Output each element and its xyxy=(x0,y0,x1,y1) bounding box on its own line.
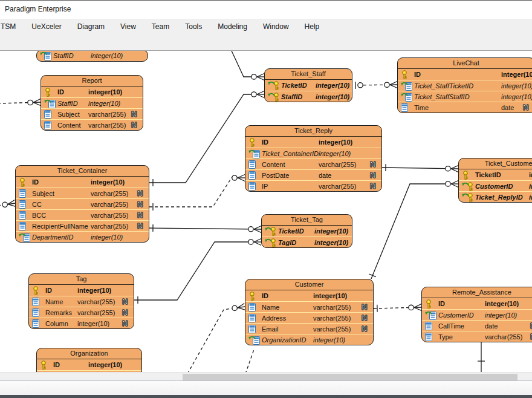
entity-report[interactable]: ReportIDinteger(10)StaffIDinteger(10)Sub… xyxy=(41,75,143,131)
entity-remote-assistance[interactable]: Remote_AssistanceIDinteger(10)CustomerID… xyxy=(421,287,532,342)
connector-customer-to-ticketcustomer[interactable] xyxy=(369,181,458,279)
menu-item-tsm[interactable]: TSM xyxy=(0,20,24,33)
entity-row[interactable]: TicketIDinteger(10) xyxy=(262,226,352,237)
connector-staff-to-ticketstaff[interactable] xyxy=(232,51,264,80)
entity-header[interactable]: Report xyxy=(41,76,143,86)
entity-row[interactable]: Emailvarchar(255)N xyxy=(245,323,373,334)
connector-ticketreply-to-ticketcustomer[interactable] xyxy=(382,164,458,172)
connector-offscreen-to-report[interactable] xyxy=(0,99,41,106)
entity-row[interactable]: Columninteger(10)N xyxy=(29,318,134,328)
entity-ticket-reply[interactable]: Ticket_ReplyIDinteger(10)Ticket_Containe… xyxy=(245,125,382,192)
entity-ticket-container[interactable]: Ticket_ContainerIDinteger(10)Subjectvarc… xyxy=(15,165,149,243)
horizontal-scrollbar[interactable] xyxy=(0,372,532,380)
entity-row[interactable]: IPvarchar(255)N xyxy=(245,180,381,191)
menu-item-uexceler[interactable]: UeXceler xyxy=(24,20,69,33)
entity-row[interactable]: IDinteger(10) xyxy=(245,137,381,148)
entity-header[interactable]: Tag xyxy=(29,274,134,285)
foreign-key-icon xyxy=(425,310,438,320)
entity-row[interactable]: IDinteger(10) xyxy=(37,359,141,370)
entity-row[interactable]: IDinteger(10) xyxy=(245,290,373,301)
column-icon xyxy=(32,308,45,317)
diagram-canvas[interactable]: StaffIDinteger(10)ReportIDinteger(10)Sta… xyxy=(0,51,532,372)
entity-row[interactable]: Remarksvarchar(255)N xyxy=(29,307,134,318)
entity-row[interactable]: OrganizationIDinteger(10) xyxy=(245,334,373,345)
connector-container-to-ticketreply[interactable] xyxy=(149,175,245,211)
entity-row[interactable]: IDinteger(10) xyxy=(29,285,134,296)
menu-item-tools[interactable]: Tools xyxy=(177,20,210,33)
menu-item-team[interactable]: Team xyxy=(144,20,177,33)
entity-row[interactable]: Subjectvarchar(255)N xyxy=(16,188,149,198)
entity-row[interactable]: RecipientFullNamevarchar(255)N xyxy=(16,220,149,231)
connector-tag-to-tickettag[interactable] xyxy=(134,239,261,304)
entity-header[interactable]: Organization xyxy=(37,348,141,359)
entity-header[interactable]: Ticket_Customer xyxy=(459,158,532,169)
column-icon xyxy=(19,189,32,198)
connector-ticketstaff-to-livechat[interactable] xyxy=(355,82,397,89)
column-name: StaffID xyxy=(53,52,91,59)
entity-row[interactable]: Ticket_StaffStaffIDinteger(10)N xyxy=(398,91,532,102)
entity-row[interactable]: TicketIDinteger(10) xyxy=(459,169,532,180)
column-type: integer(10) xyxy=(88,88,140,96)
primary-foreign-key-icon xyxy=(462,192,475,202)
entity-header[interactable]: Ticket_Tag xyxy=(262,215,352,226)
entity-ticket-tag[interactable]: Ticket_TagTicketIDinteger(10)TagIDintege… xyxy=(261,214,352,248)
column-type: integer(10) xyxy=(88,100,140,107)
entity-header[interactable]: Customer xyxy=(245,279,373,290)
column-type: integer(10) xyxy=(529,171,532,178)
foreign-key-icon xyxy=(401,92,414,102)
entity-row[interactable]: CustomerIDinteger(10) xyxy=(459,180,532,191)
entity-row[interactable]: BCCvarchar(255)N xyxy=(16,209,149,220)
column-type: date xyxy=(485,322,530,330)
entity-row[interactable]: StaffIDinteger(10) xyxy=(37,51,148,61)
entity-row[interactable]: StaffIDinteger(10) xyxy=(265,91,352,102)
entity-row[interactable]: Subjectvarchar(255)N xyxy=(41,108,143,119)
entity-row[interactable]: Namevarchar(255)N xyxy=(29,296,134,307)
menu-item-help[interactable]: Help xyxy=(297,20,328,33)
entity-row[interactable]: CallTimedateN xyxy=(422,320,532,331)
entity-row[interactable]: DepartmentIDinteger(10) xyxy=(16,231,149,242)
entity-header[interactable]: LiveChat xyxy=(398,58,532,69)
entity-row[interactable]: IDinteger(10) xyxy=(16,177,149,188)
entity-row[interactable]: Typevarchar(255)N xyxy=(422,331,532,342)
entity-row[interactable]: TimedateN xyxy=(398,102,532,113)
connector-customer-to-remote[interactable] xyxy=(374,304,421,312)
entity-row[interactable]: IDinteger(10) xyxy=(41,86,143,97)
connector-organization-to-customer-2[interactable] xyxy=(245,350,254,372)
entity-row[interactable]: Addressvarchar(255)N xyxy=(245,312,373,323)
connector-container-to-tickettag[interactable] xyxy=(149,224,261,232)
menu-item-diagram[interactable]: Diagram xyxy=(70,20,112,33)
entity-header[interactable]: Remote_Assistance xyxy=(422,287,532,298)
entity-row[interactable]: TicketIDinteger(10) xyxy=(265,80,352,91)
entity-header[interactable]: Ticket_Reply xyxy=(245,126,381,137)
entity-livechat[interactable]: LiveChatIDinteger(10)Ticket_StaffTicketI… xyxy=(397,57,532,113)
menu-item-view[interactable]: View xyxy=(112,20,144,33)
entity-ticket-customer[interactable]: Ticket_CustomerTicketIDinteger(10)Custom… xyxy=(458,158,532,203)
entity-staff-partial[interactable]: StaffIDinteger(10) xyxy=(36,51,148,62)
column-type: integer(10) xyxy=(316,93,349,100)
entity-ticket-staff[interactable]: Ticket_StaffTicketIDinteger(10)StaffIDin… xyxy=(264,68,352,102)
connector-organization-to-customer[interactable] xyxy=(187,304,245,372)
entity-header[interactable]: Ticket_Container xyxy=(16,166,149,177)
entity-row[interactable]: CCvarchar(255)N xyxy=(16,198,149,209)
entity-row[interactable]: Ticket_ReplyIDinteger(10) xyxy=(459,191,532,202)
entity-row[interactable]: PostDatedateN xyxy=(245,169,381,180)
entity-tag[interactable]: TagIDinteger(10)Namevarchar(255)NRemarks… xyxy=(28,273,134,329)
bottom-bar xyxy=(0,395,532,398)
entity-row[interactable]: Ticket_ContainerIDinteger(10) xyxy=(245,148,381,158)
menu-item-modeling[interactable]: Modeling xyxy=(210,20,255,33)
entity-row[interactable]: TagIDinteger(10) xyxy=(262,237,352,247)
entity-row[interactable]: Namevarchar(255)N xyxy=(245,301,373,312)
entity-row[interactable]: IDinteger(10) xyxy=(398,69,532,80)
entity-customer[interactable]: CustomerIDinteger(10)Namevarchar(255)NAd… xyxy=(245,279,374,345)
entity-row[interactable]: Ticket_StaffTicketIDinteger(10)N xyxy=(398,80,532,91)
entity-header[interactable]: Ticket_Staff xyxy=(265,69,352,80)
entity-row[interactable]: IDinteger(10) xyxy=(422,298,532,309)
scrollbar-thumb[interactable] xyxy=(183,374,517,380)
menu-item-window[interactable]: Window xyxy=(255,20,297,33)
entity-row[interactable]: CustomerIDinteger(10) xyxy=(422,309,532,320)
entity-organization[interactable]: OrganizationIDinteger(10) xyxy=(36,348,142,372)
connector-offscreen-to-container[interactable] xyxy=(0,200,16,207)
entity-row[interactable]: StaffIDinteger(10) xyxy=(41,97,143,108)
entity-row[interactable]: Contentvarchar(255)N xyxy=(41,119,143,130)
entity-row[interactable]: Contentvarchar(255)N xyxy=(245,158,381,169)
